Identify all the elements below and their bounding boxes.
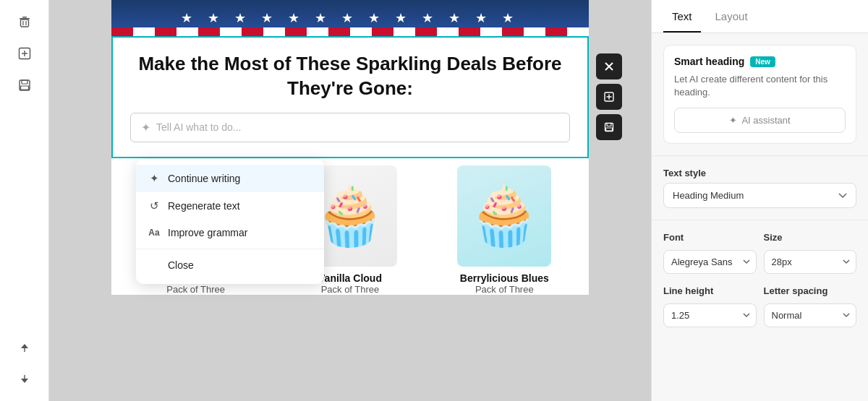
improve-grammar-icon: Aa <box>148 228 161 238</box>
ai-input-placeholder: Tell AI what to do... <box>156 121 242 133</box>
move-down-icon[interactable] <box>12 366 38 392</box>
save-icon[interactable] <box>12 72 38 98</box>
canvas-area: Make the Most of These Sparkling Deals B… <box>49 0 651 401</box>
text-style-field: Text style Heading Large Heading Medium … <box>663 168 856 208</box>
float-save-btn[interactable] <box>596 114 622 140</box>
ai-input-bar[interactable]: ✦ Tell AI what to do... <box>130 113 570 142</box>
cupcake-sub-2: Pack of Three <box>475 284 534 295</box>
close-label: Close <box>168 259 194 271</box>
content-heading[interactable]: Make the Most of These Sparkling Deals B… <box>130 52 570 101</box>
line-height-label: Line height <box>663 285 757 296</box>
float-add-btn[interactable] <box>596 84 622 110</box>
regenerate-icon: ↺ <box>148 199 161 212</box>
text-style-select[interactable]: Heading Large Heading Medium Heading Sma… <box>663 183 856 208</box>
float-actions <box>596 53 622 140</box>
tab-layout[interactable]: Layout <box>707 0 757 33</box>
line-height-field: Line height 1.25 1.5 <box>663 285 757 327</box>
ai-btn-label: AI assistant <box>741 115 790 126</box>
float-delete-btn[interactable] <box>596 53 622 79</box>
left-toolbar <box>0 0 49 401</box>
close-option[interactable]: Close <box>136 252 324 278</box>
content-block: Make the Most of These Sparkling Deals B… <box>111 36 589 158</box>
text-style-label: Text style <box>663 168 856 178</box>
line-height-select[interactable]: 1.25 1.5 <box>663 303 757 327</box>
cupcake-sub-1: Pack of Three <box>321 284 380 295</box>
ai-dropdown-menu: ✦ Continue writing ↺ Regenerate text Aa … <box>136 159 324 284</box>
new-badge: New <box>750 56 775 67</box>
banner-stripe <box>111 27 589 36</box>
continue-writing-label: Continue writing <box>168 173 240 184</box>
size-label: Size <box>764 232 857 243</box>
smart-heading-card: Smart heading New Let AI create differen… <box>663 45 856 144</box>
svg-rect-2 <box>20 20 28 27</box>
panel-tabs: Text Layout <box>652 0 868 33</box>
tab-text[interactable]: Text <box>663 0 701 33</box>
font-label: Font <box>663 232 757 243</box>
divider-2 <box>652 220 868 220</box>
smart-heading-description: Let AI create different content for this… <box>674 73 846 99</box>
smart-heading-title: Smart heading <box>674 56 744 67</box>
svg-rect-18 <box>605 124 613 131</box>
ai-assistant-button[interactable]: ✦ AI assistant <box>674 108 846 133</box>
smart-heading-header: Smart heading New <box>674 56 846 67</box>
dropdown-divider <box>136 249 324 249</box>
list-item: 🧁 Berrylicious Blues Pack of Three <box>446 165 562 295</box>
panel-content: Smart heading New Let AI create differen… <box>652 33 868 339</box>
cupcake-name-2: Berrylicious Blues <box>460 272 549 284</box>
improve-grammar-option[interactable]: Aa Improve grammar <box>136 220 324 246</box>
ai-btn-icon: ✦ <box>729 115 737 126</box>
size-field: Size 28px 24px 32px <box>764 232 857 274</box>
right-panel: Text Layout Smart heading New Let AI cre… <box>651 0 868 401</box>
font-size-row: Font Alegreya Sans Arial Size 28px 24px … <box>663 232 856 274</box>
svg-rect-20 <box>606 128 613 131</box>
stars-banner <box>111 0 589 36</box>
svg-rect-1 <box>22 17 27 18</box>
line-spacing-row: Line height 1.25 1.5 Letter spacing Norm… <box>663 285 856 327</box>
cupcake-name-1: Vanilla Cloud <box>318 272 382 284</box>
add-icon[interactable] <box>12 40 38 66</box>
continue-writing-option[interactable]: ✦ Continue writing <box>136 165 324 192</box>
cupcake-sub-0: Pack of Three <box>166 284 225 295</box>
ai-sparkle-icon: ✦ <box>141 121 150 134</box>
improve-grammar-label: Improve grammar <box>168 227 247 238</box>
regenerate-text-option[interactable]: ↺ Regenerate text <box>136 192 324 220</box>
regenerate-label: Regenerate text <box>168 200 240 212</box>
divider-1 <box>652 155 868 156</box>
letter-spacing-label: Letter spacing <box>764 285 857 296</box>
delete-icon[interactable] <box>12 9 38 35</box>
letter-spacing-select[interactable]: Normal Wide <box>764 303 857 327</box>
font-select[interactable]: Alegreya Sans Arial <box>663 250 757 274</box>
continue-writing-icon: ✦ <box>148 172 161 185</box>
move-up-icon[interactable] <box>12 335 38 361</box>
font-field: Font Alegreya Sans Arial <box>663 232 757 274</box>
size-select[interactable]: 28px 24px 32px <box>764 250 857 274</box>
letter-spacing-field: Letter spacing Normal Wide <box>764 285 857 327</box>
svg-rect-10 <box>20 86 28 90</box>
svg-rect-0 <box>20 18 30 20</box>
svg-rect-9 <box>22 80 27 84</box>
cupcake-image-teal: 🧁 <box>457 165 551 267</box>
